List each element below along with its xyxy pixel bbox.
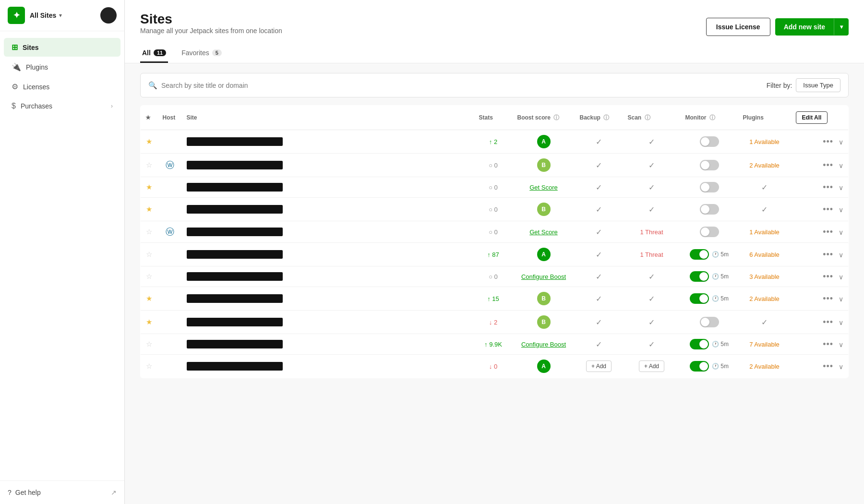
add-site-chevron-icon[interactable]: ▾ [834,19,849,35]
plugins-available[interactable]: 1 Available [749,228,780,236]
star-empty-icon[interactable]: ☆ [146,250,152,258]
col-scan[interactable]: + Add [623,355,681,378]
col-plugins[interactable]: 1 Available [738,221,791,243]
row-more-button[interactable]: ••• [823,339,833,349]
row-expand-button[interactable]: ∨ [839,319,843,326]
avatar[interactable] [100,7,117,24]
sidebar-item-purchases[interactable]: $ Purchases › [4,97,120,115]
site-name-bar[interactable] [187,294,283,303]
star-filled-icon[interactable]: ★ [146,137,152,145]
row-more-button[interactable]: ••• [823,160,833,170]
col-site[interactable] [182,311,474,334]
col-boost[interactable]: Configure Boost [513,334,575,355]
site-name-bar[interactable] [187,161,283,169]
plugins-available[interactable]: 2 Available [749,162,780,169]
star-empty-icon[interactable]: ☆ [146,161,152,169]
col-monitor[interactable] [681,221,738,243]
star-filled-icon[interactable]: ★ [146,205,152,213]
col-monitor[interactable] [681,154,738,177]
backup-add-button[interactable]: + Add [586,360,612,372]
star-filled-icon[interactable]: ★ [146,183,152,191]
monitor-toggle[interactable] [700,182,719,192]
col-site[interactable] [182,154,474,177]
col-plugins[interactable]: 6 Available [738,243,791,266]
boost-link[interactable]: Configure Boost [521,273,566,280]
row-expand-button[interactable]: ∨ [839,295,843,303]
site-name-bar[interactable] [187,183,283,192]
monitor-toggle[interactable] [700,204,719,215]
external-link-icon[interactable]: ↗ [111,489,117,496]
col-site[interactable] [182,243,474,266]
star-filled-icon[interactable]: ★ [146,318,152,326]
col-monitor[interactable]: 🕐 5m [681,287,738,311]
search-input[interactable] [161,82,767,89]
monitor-toggle[interactable] [690,339,709,349]
row-expand-button[interactable]: ∨ [839,184,843,192]
col-boost[interactable]: Get Score [513,177,575,198]
issue-license-button[interactable]: Issue License [706,18,770,36]
sidebar-item-plugins[interactable]: 🔌 Plugins [4,58,120,76]
plugins-available[interactable]: 1 Available [749,138,780,145]
col-site[interactable] [182,177,474,198]
monitor-toggle[interactable] [700,160,719,170]
boost-link[interactable]: Get Score [529,228,558,236]
plugins-available[interactable]: 2 Available [749,295,780,302]
help-link[interactable]: ? Get help [8,489,41,496]
scan-info-icon[interactable]: ⓘ [645,114,650,121]
boost-link[interactable]: Get Score [529,184,558,191]
monitor-toggle[interactable] [690,271,709,282]
col-plugins[interactable]: 3 Available [738,266,791,287]
col-monitor[interactable]: 🕐 5m [681,266,738,287]
backup-info-icon[interactable]: ⓘ [603,114,609,121]
col-boost[interactable]: Get Score [513,221,575,243]
star-empty-icon[interactable]: ☆ [146,362,152,370]
col-site[interactable] [182,130,474,154]
row-expand-button[interactable]: ∨ [839,273,843,281]
row-more-button[interactable]: ••• [823,137,833,146]
col-site[interactable] [182,334,474,355]
tab-favorites[interactable]: Favorites 5 [180,44,224,63]
plugins-available[interactable]: 6 Available [749,251,780,258]
sidebar-item-sites[interactable]: ⊞ Sites [4,38,120,57]
site-name-bar[interactable] [187,250,283,259]
edit-all-button[interactable]: Edit All [796,111,828,124]
star-empty-icon[interactable]: ☆ [146,340,152,348]
col-backup[interactable]: + Add [575,355,623,378]
row-expand-button[interactable]: ∨ [839,363,843,371]
boost-link[interactable]: Configure Boost [521,341,566,348]
row-expand-button[interactable]: ∨ [839,162,843,169]
row-more-button[interactable]: ••• [823,250,833,259]
row-more-button[interactable]: ••• [823,294,833,303]
site-selector[interactable]: All Sites ▾ [30,12,62,19]
scan-threat-badge[interactable]: 1 Threat [640,228,663,236]
col-boost[interactable]: Configure Boost [513,266,575,287]
col-site[interactable] [182,221,474,243]
monitor-info-icon[interactable]: ⓘ [709,114,715,121]
site-name-bar[interactable] [187,340,283,348]
scan-add-button[interactable]: + Add [639,360,664,372]
col-site[interactable] [182,266,474,287]
site-name-bar[interactable] [187,137,283,146]
plugins-available[interactable]: 3 Available [749,273,780,280]
star-empty-icon[interactable]: ☆ [146,228,152,236]
site-name-bar[interactable] [187,272,283,281]
col-plugins[interactable]: 2 Available [738,154,791,177]
monitor-toggle[interactable] [690,249,709,260]
site-name-bar[interactable] [187,362,283,371]
col-monitor[interactable] [681,130,738,154]
row-more-button[interactable]: ••• [823,317,833,327]
col-monitor[interactable] [681,177,738,198]
monitor-toggle[interactable] [700,227,719,237]
row-expand-button[interactable]: ∨ [839,341,843,348]
star-filled-icon[interactable]: ★ [146,294,152,302]
row-expand-button[interactable]: ∨ [839,251,843,259]
col-monitor[interactable] [681,311,738,334]
row-expand-button[interactable]: ∨ [839,138,843,146]
col-plugins[interactable]: 1 Available [738,130,791,154]
issue-type-filter-button[interactable]: Issue Type [796,78,840,92]
col-scan[interactable]: 1 Threat [623,243,681,266]
row-expand-button[interactable]: ∨ [839,206,843,214]
col-monitor[interactable]: 🕐 5m [681,243,738,266]
row-more-button[interactable]: ••• [823,227,833,237]
row-expand-button[interactable]: ∨ [839,228,843,236]
